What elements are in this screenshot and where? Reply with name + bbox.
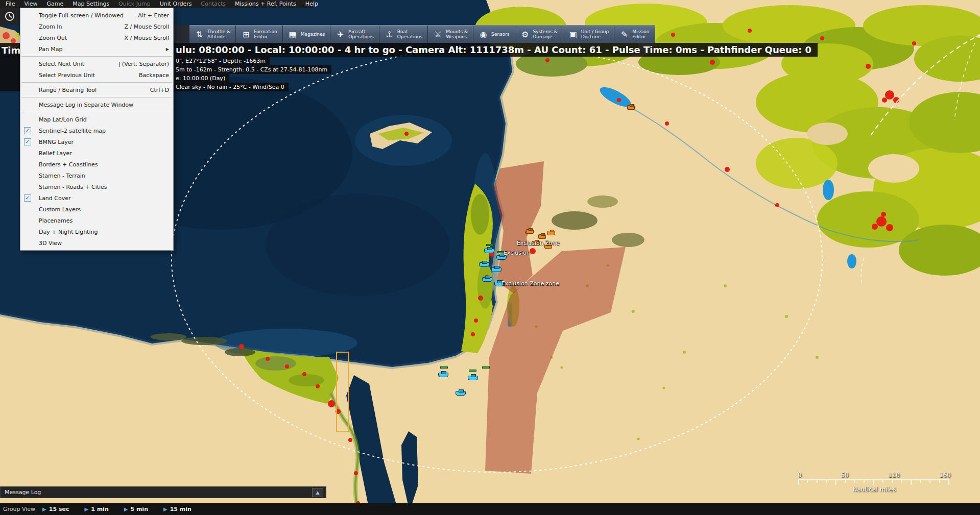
menu-item-shortcut: Ctrl+D [150, 87, 169, 93]
toolbar-button-mounts-weapons[interactable]: ⚔Mounts &Weapons [428, 25, 473, 43]
view-menu-item-placenames[interactable]: Placenames [20, 215, 173, 226]
view-menu-item-bmng-layer[interactable]: ✓BMNG Layer [20, 136, 173, 148]
scale-numbers: 050110160 [798, 472, 951, 479]
toolbar: ⇅Throttle &Altitude⊞FormationEditor▦Maga… [174, 25, 655, 43]
view-menu-item-custom-layers[interactable]: Custom Layers [20, 204, 173, 215]
view-menu-item-select-next-unit[interactable]: Select Next Unit| (Vert. Separator) [20, 58, 173, 69]
menu-separator [21, 112, 172, 112]
toolbar-button-boat-operations[interactable]: ⚓BoatOperations [379, 25, 428, 43]
toolbar-button-label: BoatOperations [397, 29, 422, 40]
view-menu-item-range-bearing-tool[interactable]: Range / Bearing ToolCtrl+D [20, 84, 173, 95]
menu-item-label: Borders + Coastlines [39, 161, 169, 168]
menu-item-label: Custom Layers [39, 206, 169, 213]
toolbar-button-label: Magazines [301, 32, 325, 37]
view-menu-item-message-log-in-separate-window[interactable]: Message Log in Separate Window [20, 99, 173, 110]
view-menu-item-select-previous-unit[interactable]: Select Previous UnitBackspace [20, 69, 173, 81]
menu-item-label: Zoom In [39, 23, 124, 30]
toolbar-button-sensors[interactable]: ◉Sensors [473, 25, 515, 43]
toolbar-button-systems-damage[interactable]: ⚙Systems &Damage [515, 25, 563, 43]
toolbar-button-unit-group-doctrine[interactable]: ▣Unit / GroupDoctrine [563, 25, 614, 43]
message-log-bar[interactable]: Message Log ▲ [0, 486, 326, 498]
scale-ruler [798, 479, 950, 485]
play-icon: ▶ [163, 506, 168, 512]
map-scale-bar: 050110160 Nautical miles [798, 472, 951, 493]
toolbar-button-aircraft-operations[interactable]: ✈AircraftOperations [330, 25, 379, 43]
view-dropdown-menu: Toggle Full-screen / WindowedAlt + Enter… [20, 8, 174, 251]
menu-item-label: Range / Bearing Tool [39, 87, 150, 93]
menu-item-shortcut: Backspace [139, 72, 169, 79]
menubar-item-contacts[interactable]: Contacts [197, 0, 231, 8]
view-menu-item-toggle-full-screen-windowed[interactable]: Toggle Full-screen / WindowedAlt + Enter [20, 10, 173, 21]
menubar-item-view[interactable]: View [19, 0, 42, 8]
time-step-label: 15 min [170, 506, 192, 512]
view-menu-item-3d-view[interactable]: 3D View [20, 237, 173, 249]
time-step-15-min[interactable]: ▶15 min [163, 506, 192, 512]
view-menu-item-land-cover[interactable]: ✓Land Cover [20, 192, 173, 204]
view-menu-item-map-lat-lon-grid[interactable]: Map Lat/Lon Grid [20, 114, 173, 125]
status-line-text: 0", E27°12'58" - Depth: -1663m [176, 58, 266, 64]
menubar-item-game[interactable]: Game [42, 0, 68, 8]
view-menu-item-day-night-lighting[interactable]: Day + Night Lighting [20, 226, 173, 237]
toolbar-button-formation-editor[interactable]: ⊞FormationEditor [236, 25, 282, 43]
view-menu-item-sentinel-2-satellite-map[interactable]: ✓Sentinel-2 satellite map [20, 125, 173, 136]
play-icon: ▶ [124, 506, 128, 512]
menu-item-label: Placenames [39, 217, 169, 224]
unit-group-doctrine-icon: ▣ [568, 30, 578, 39]
view-menu-item-stamen-roads-cities[interactable]: Stamen - Roads + Cities [20, 181, 173, 192]
menu-item-label: Relief Layer [39, 150, 169, 157]
toolbar-button-label: Mounts &Weapons [446, 29, 468, 40]
time-step-5-min[interactable]: ▶5 min [124, 506, 148, 512]
toolbar-button-label: FormationEditor [254, 29, 277, 40]
toolbar-button-throttle-altitude[interactable]: ⇅Throttle &Altitude [189, 25, 236, 43]
toolbar-button-label: Unit / GroupDoctrine [581, 29, 609, 40]
mounts-weapons-icon: ⚔ [433, 30, 443, 39]
menu-item-label: Select Next Unit [39, 61, 118, 67]
boat-operations-icon: ⚓ [385, 30, 394, 39]
menu-item-shortcut: X / Mouse Scroll [124, 35, 169, 41]
toolbar-button-label: Systems &Damage [533, 29, 558, 40]
view-menu-item-relief-layer[interactable]: Relief Layer [20, 148, 173, 159]
view-menu-items: Toggle Full-screen / WindowedAlt + Enter… [20, 10, 173, 249]
sensors-icon: ◉ [479, 30, 488, 39]
view-menu-item-borders-coastlines[interactable]: Borders + Coastlines [20, 159, 173, 170]
toolbar-button-mission-editor[interactable]: ✎MissionEditor [614, 25, 655, 43]
time-step-1-min[interactable]: ▶1 min [84, 506, 108, 512]
menu-item-label: Pan Map [39, 46, 166, 53]
menubar-item-map-settings[interactable]: Map Settings [68, 0, 114, 8]
menu-item-label: Stamen - Roads + Cities [39, 184, 169, 190]
view-menu-item-stamen-terrain[interactable]: Stamen - Terrain [20, 170, 173, 181]
time-step-label: 15 sec [49, 506, 69, 512]
menu-separator [21, 82, 172, 83]
menu-item-shortcut: | (Vert. Separator) [118, 61, 169, 67]
toolbar-spacer [174, 25, 189, 43]
throttle-altitude-icon: ⇅ [195, 30, 204, 39]
view-menu-item-zoom-out[interactable]: Zoom OutX / Mouse Scroll [20, 32, 173, 43]
toolbar-button-label: MissionEditor [632, 29, 649, 40]
menubar-item-quick-jump[interactable]: Quick Jump [114, 0, 155, 8]
menu-item-label: Message Log in Separate Window [39, 102, 169, 108]
menubar-item-missions-ref-points[interactable]: Missions + Ref. Points [230, 0, 301, 8]
play-icon: ▶ [84, 506, 88, 512]
menu-item-label: Select Previous Unit [39, 72, 139, 79]
menubar-items: FileViewGameMap SettingsQuick JumpUnit O… [1, 0, 323, 8]
menu-item-shortcut: Alt + Enter [138, 12, 169, 19]
toolbar-button-label: AircraftOperations [348, 29, 373, 40]
status-line-text: Clear sky - No rain - 25°C - Wind/Sea 0 [176, 84, 284, 90]
menu-item-label: Map Lat/Lon Grid [39, 116, 169, 123]
view-menu-item-zoom-in[interactable]: Zoom InZ / Mouse Scroll [20, 21, 173, 32]
submenu-arrow-icon: ▶ [166, 47, 169, 52]
menubar-item-file[interactable]: File [1, 0, 19, 8]
message-log-expand-button[interactable]: ▲ [312, 488, 323, 497]
scale-tick-label: 0 [798, 472, 802, 479]
view-menu-item-pan-map[interactable]: Pan Map▶ [20, 43, 173, 55]
menubar-item-help[interactable]: Help [301, 0, 323, 8]
menu-separator [21, 56, 172, 57]
clock-button[interactable] [0, 8, 19, 25]
menu-item-label: Toggle Full-screen / Windowed [39, 12, 138, 19]
menu-item-label: Stamen - Terrain [39, 173, 169, 179]
time-step-label: 1 min [91, 506, 109, 512]
toolbar-button-magazines[interactable]: ▦Magazines [283, 25, 331, 43]
menubar-item-unit-orders[interactable]: Unit Orders [155, 0, 197, 8]
scale-tick-label: 110 [888, 472, 900, 479]
time-step-15-sec[interactable]: ▶15 sec [42, 506, 69, 512]
